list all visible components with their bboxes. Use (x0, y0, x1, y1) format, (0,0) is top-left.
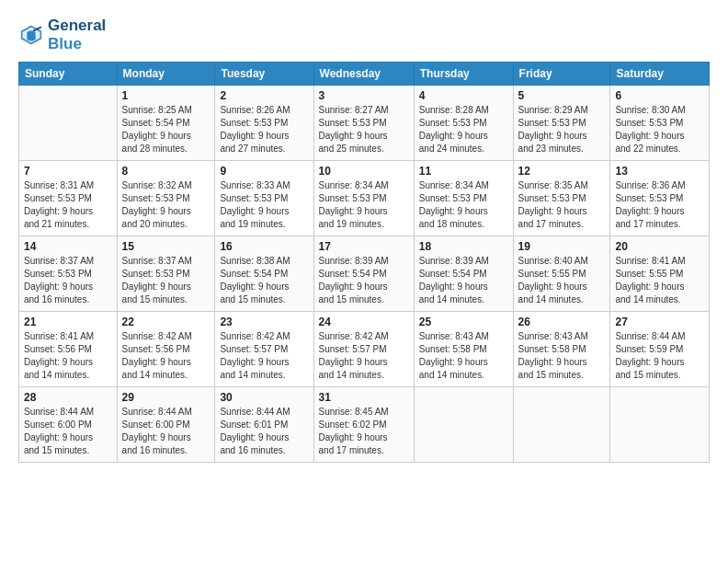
logo: General Blue (18, 17, 106, 52)
day-info: Sunrise: 8:41 AMSunset: 5:55 PMDaylight:… (615, 255, 704, 306)
day-number: 31 (319, 391, 409, 404)
col-header-friday: Friday (513, 63, 610, 86)
day-info: Sunrise: 8:39 AMSunset: 5:54 PMDaylight:… (419, 255, 508, 306)
day-info: Sunrise: 8:42 AMSunset: 5:56 PMDaylight:… (122, 330, 210, 382)
day-info: Sunrise: 8:38 AMSunset: 5:54 PMDaylight:… (220, 255, 308, 306)
day-number: 15 (122, 240, 210, 253)
day-info: Sunrise: 8:35 AMSunset: 5:53 PMDaylight:… (518, 179, 606, 231)
calendar-cell: 20Sunrise: 8:41 AMSunset: 5:55 PMDayligh… (610, 236, 710, 312)
day-number: 7 (24, 165, 112, 178)
header: General Blue (18, 17, 710, 52)
day-number: 6 (615, 89, 704, 102)
day-number: 3 (319, 89, 409, 102)
calendar-cell: 12Sunrise: 8:35 AMSunset: 5:53 PMDayligh… (513, 161, 610, 236)
day-info: Sunrise: 8:44 AMSunset: 5:59 PMDaylight:… (615, 330, 704, 382)
day-info: Sunrise: 8:44 AMSunset: 6:01 PMDaylight:… (220, 406, 308, 457)
day-info: Sunrise: 8:42 AMSunset: 5:57 PMDaylight:… (319, 330, 409, 382)
day-number: 24 (319, 316, 409, 328)
day-number: 5 (518, 89, 606, 102)
day-number: 2 (220, 89, 308, 102)
calendar-cell: 24Sunrise: 8:42 AMSunset: 5:57 PMDayligh… (313, 312, 414, 387)
calendar-cell: 31Sunrise: 8:45 AMSunset: 6:02 PMDayligh… (313, 387, 414, 463)
day-number: 27 (615, 316, 704, 328)
calendar-cell: 9Sunrise: 8:33 AMSunset: 5:53 PMDaylight… (215, 161, 313, 236)
day-number: 22 (122, 316, 210, 328)
day-number: 25 (419, 316, 508, 328)
day-info: Sunrise: 8:39 AMSunset: 5:54 PMDaylight:… (319, 255, 409, 306)
day-number: 9 (220, 165, 308, 178)
day-info: Sunrise: 8:44 AMSunset: 6:00 PMDaylight:… (122, 406, 210, 457)
logo-icon (18, 22, 44, 48)
calendar-cell (610, 387, 710, 463)
day-number: 20 (615, 240, 704, 253)
day-info: Sunrise: 8:42 AMSunset: 5:57 PMDaylight:… (220, 330, 308, 382)
calendar-cell (414, 387, 513, 463)
calendar-cell: 22Sunrise: 8:42 AMSunset: 5:56 PMDayligh… (117, 312, 215, 387)
day-number: 16 (220, 240, 308, 253)
calendar-cell: 4Sunrise: 8:28 AMSunset: 5:53 PMDaylight… (414, 86, 513, 161)
calendar-cell: 26Sunrise: 8:43 AMSunset: 5:58 PMDayligh… (513, 312, 610, 387)
week-row-3: 14Sunrise: 8:37 AMSunset: 5:53 PMDayligh… (19, 236, 710, 312)
calendar-cell: 19Sunrise: 8:40 AMSunset: 5:55 PMDayligh… (513, 236, 610, 312)
day-number: 23 (220, 316, 308, 328)
calendar-cell: 1Sunrise: 8:25 AMSunset: 5:54 PMDaylight… (117, 86, 215, 161)
calendar-cell: 5Sunrise: 8:29 AMSunset: 5:53 PMDaylight… (513, 86, 610, 161)
day-number: 18 (419, 240, 508, 253)
day-number: 30 (220, 391, 308, 404)
calendar-header-row: SundayMondayTuesdayWednesdayThursdayFrid… (19, 63, 710, 86)
day-number: 11 (419, 165, 508, 178)
calendar-cell: 8Sunrise: 8:32 AMSunset: 5:53 PMDaylight… (117, 161, 215, 236)
col-header-wednesday: Wednesday (313, 63, 414, 86)
col-header-monday: Monday (117, 63, 215, 86)
calendar-cell: 18Sunrise: 8:39 AMSunset: 5:54 PMDayligh… (414, 236, 513, 312)
day-number: 26 (518, 316, 606, 328)
week-row-4: 21Sunrise: 8:41 AMSunset: 5:56 PMDayligh… (19, 312, 710, 387)
day-info: Sunrise: 8:25 AMSunset: 5:54 PMDaylight:… (122, 104, 210, 155)
calendar-cell: 23Sunrise: 8:42 AMSunset: 5:57 PMDayligh… (215, 312, 313, 387)
day-info: Sunrise: 8:28 AMSunset: 5:53 PMDaylight:… (419, 104, 508, 155)
day-info: Sunrise: 8:43 AMSunset: 5:58 PMDaylight:… (419, 330, 508, 382)
day-info: Sunrise: 8:29 AMSunset: 5:53 PMDaylight:… (518, 104, 606, 155)
calendar-table: SundayMondayTuesdayWednesdayThursdayFrid… (18, 62, 710, 463)
calendar-cell: 30Sunrise: 8:44 AMSunset: 6:01 PMDayligh… (215, 387, 313, 463)
calendar-cell (513, 387, 610, 463)
logo-text: General Blue (48, 17, 106, 52)
week-row-1: 1Sunrise: 8:25 AMSunset: 5:54 PMDaylight… (19, 86, 710, 161)
day-info: Sunrise: 8:31 AMSunset: 5:53 PMDaylight:… (24, 179, 112, 231)
calendar-cell: 11Sunrise: 8:34 AMSunset: 5:53 PMDayligh… (414, 161, 513, 236)
day-info: Sunrise: 8:34 AMSunset: 5:53 PMDaylight:… (319, 179, 409, 231)
col-header-saturday: Saturday (610, 63, 710, 86)
calendar-cell: 14Sunrise: 8:37 AMSunset: 5:53 PMDayligh… (19, 236, 118, 312)
day-info: Sunrise: 8:27 AMSunset: 5:53 PMDaylight:… (319, 104, 409, 155)
day-info: Sunrise: 8:37 AMSunset: 5:53 PMDaylight:… (24, 255, 112, 306)
day-number: 12 (518, 165, 606, 178)
day-number: 29 (122, 391, 210, 404)
day-number: 19 (518, 240, 606, 253)
calendar-cell: 13Sunrise: 8:36 AMSunset: 5:53 PMDayligh… (610, 161, 710, 236)
week-row-2: 7Sunrise: 8:31 AMSunset: 5:53 PMDaylight… (19, 161, 710, 236)
calendar-cell: 10Sunrise: 8:34 AMSunset: 5:53 PMDayligh… (313, 161, 414, 236)
calendar-cell: 6Sunrise: 8:30 AMSunset: 5:53 PMDaylight… (610, 86, 710, 161)
calendar-cell: 16Sunrise: 8:38 AMSunset: 5:54 PMDayligh… (215, 236, 313, 312)
day-info: Sunrise: 8:33 AMSunset: 5:53 PMDaylight:… (220, 179, 308, 231)
day-number: 8 (122, 165, 210, 178)
day-number: 4 (419, 89, 508, 102)
col-header-thursday: Thursday (414, 63, 513, 86)
day-info: Sunrise: 8:26 AMSunset: 5:53 PMDaylight:… (220, 104, 308, 155)
day-info: Sunrise: 8:41 AMSunset: 5:56 PMDaylight:… (24, 330, 112, 382)
day-number: 10 (319, 165, 409, 178)
col-header-sunday: Sunday (19, 63, 118, 86)
day-number: 17 (319, 240, 409, 253)
col-header-tuesday: Tuesday (215, 63, 313, 86)
calendar-cell: 17Sunrise: 8:39 AMSunset: 5:54 PMDayligh… (313, 236, 414, 312)
day-number: 21 (24, 316, 112, 328)
calendar-cell: 28Sunrise: 8:44 AMSunset: 6:00 PMDayligh… (19, 387, 118, 463)
calendar-cell: 29Sunrise: 8:44 AMSunset: 6:00 PMDayligh… (117, 387, 215, 463)
day-info: Sunrise: 8:36 AMSunset: 5:53 PMDaylight:… (615, 179, 704, 231)
day-number: 13 (615, 165, 704, 178)
calendar-cell: 25Sunrise: 8:43 AMSunset: 5:58 PMDayligh… (414, 312, 513, 387)
day-number: 28 (24, 391, 112, 404)
calendar-cell (19, 86, 118, 161)
day-info: Sunrise: 8:44 AMSunset: 6:00 PMDaylight:… (24, 406, 112, 457)
day-info: Sunrise: 8:43 AMSunset: 5:58 PMDaylight:… (518, 330, 606, 382)
